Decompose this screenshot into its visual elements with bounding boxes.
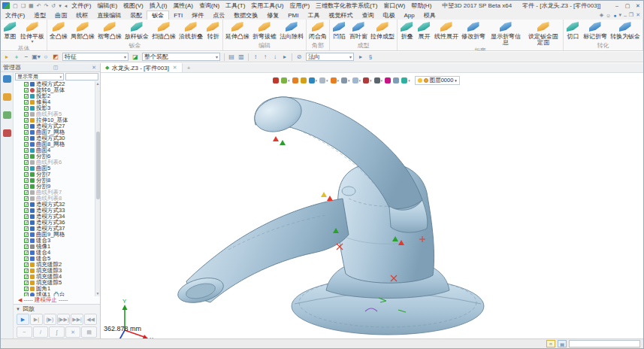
paste-display-icon[interactable]: ▥ xyxy=(237,53,246,60)
ribbon-button-3-0[interactable]: 闭合角 xyxy=(307,20,328,41)
line-tool-button[interactable]: / xyxy=(33,326,49,338)
ribbon-button-1-5[interactable]: 沿线折叠 xyxy=(177,20,204,41)
tree-item-25[interactable]: 曲面9_网格 xyxy=(24,232,95,238)
ribbon-tab-5[interactable]: 装配 xyxy=(125,11,147,20)
ribbon-button-2-0[interactable]: 延伸凸缘 xyxy=(224,20,251,41)
menu-item-6[interactable]: 工具(T) xyxy=(222,2,248,10)
ribbon-button-1-1[interactable]: 局部凸缘 xyxy=(69,20,96,41)
open-icon[interactable]: ❏ xyxy=(20,3,27,9)
checkbox-checked-icon[interactable] xyxy=(24,226,29,231)
select-icon[interactable]: ▸ xyxy=(2,53,11,60)
ribbon-button-1-2[interactable]: 褶弯凸缘 xyxy=(96,20,123,41)
ribbon-button-5-4[interactable]: 显示折弯信息 xyxy=(487,20,525,46)
sort-mid-icon[interactable]: ↑ xyxy=(261,53,270,60)
tab-close-icon[interactable]: ✕ xyxy=(173,65,177,71)
link-icon[interactable]: § xyxy=(366,53,375,60)
orient-icon[interactable]: ▾ xyxy=(280,77,291,83)
ribbon-tab-8[interactable]: 焊件 xyxy=(187,11,208,20)
menu-item-11[interactable]: 帮助(H) xyxy=(408,2,434,10)
checkbox-checked-icon[interactable] xyxy=(24,166,29,171)
checkbox-checked-icon[interactable] xyxy=(24,112,29,117)
checkbox-checked-icon[interactable] xyxy=(24,118,29,123)
ribbon-button-5-5[interactable]: 设定钣金固定面 xyxy=(525,20,562,46)
save-icon[interactable]: ▦ xyxy=(27,3,35,9)
menu-item-4[interactable]: 属性(A) xyxy=(170,2,196,10)
layer-manager-icon[interactable] xyxy=(3,111,11,119)
refresh-icon[interactable]: ↺ xyxy=(50,3,57,9)
ribbon-button-4-1[interactable]: 百叶窗 xyxy=(348,20,369,41)
ribbon-tab-7[interactable]: FTI xyxy=(169,11,187,20)
color-filter-icon[interactable]: ◩ xyxy=(51,53,60,60)
tree-item-28[interactable]: 缝合4 xyxy=(24,250,95,256)
child-minimize-button[interactable]: – xyxy=(624,13,627,18)
checkbox-checked-icon[interactable] xyxy=(24,100,29,105)
checkbox-checked-icon[interactable] xyxy=(24,190,29,195)
style-icon[interactable]: ◈ xyxy=(600,12,603,18)
checkbox-checked-icon[interactable] xyxy=(24,142,29,147)
checkbox-checked-icon[interactable] xyxy=(24,82,29,86)
cube-view-icon[interactable]: ▾ xyxy=(319,77,329,83)
picture-filter-icon[interactable]: ▣▾ xyxy=(32,53,41,60)
tree-item-26[interactable]: 缝合3 xyxy=(24,238,95,244)
menu-item-2[interactable]: 视图(V) xyxy=(120,2,147,10)
ribbon-tab-18[interactable]: 模具 xyxy=(419,11,440,20)
menu-item-3[interactable]: 插入(I) xyxy=(147,2,171,10)
chevron-down-icon[interactable]: ▾ xyxy=(316,78,318,83)
pick-icon[interactable]: ▸ xyxy=(280,53,289,60)
section-icon[interactable]: ▾ xyxy=(330,77,340,83)
ribbon-button-4-2[interactable]: 拉伸成型 xyxy=(369,20,396,41)
ribbon-button-5-2[interactable]: 线性展开 xyxy=(433,20,460,46)
ribbon-button-2-2[interactable]: 法向除料 xyxy=(278,20,305,41)
redo-icon[interactable]: ↷ xyxy=(42,3,50,9)
scroll-up-icon[interactable]: ▲ xyxy=(96,81,100,86)
checkbox-checked-icon[interactable] xyxy=(24,250,29,255)
checkbox-checked-icon[interactable] xyxy=(24,154,29,159)
panel-close-icon[interactable]: ✕ xyxy=(90,65,98,71)
checkbox-checked-icon[interactable] xyxy=(24,208,29,213)
help-face-icon[interactable]: ☺ xyxy=(606,13,611,18)
checkbox-checked-icon[interactable] xyxy=(24,263,29,267)
snap-select[interactable]: 法向▾ xyxy=(306,53,354,61)
delete-tool-button[interactable]: ✕ xyxy=(65,326,81,338)
menu-item-9[interactable]: 三维数字化教学系统(T) xyxy=(313,2,380,10)
maximize-button[interactable]: ▢ xyxy=(622,3,633,9)
child-close-button[interactable]: ✕ xyxy=(636,12,640,18)
checkbox-checked-icon[interactable] xyxy=(24,196,29,201)
ribbon-button-4-0[interactable]: 凹陷 xyxy=(331,20,348,41)
model-canvas[interactable]: Y X Z 362.878 mm xyxy=(101,86,643,338)
checkbox-checked-icon[interactable] xyxy=(24,172,29,177)
chevron-down-icon[interactable]: ▾ xyxy=(381,78,383,83)
tree-item-11[interactable]: 曲面4 xyxy=(24,147,95,153)
ribbon-tab-11[interactable]: 修复 xyxy=(262,11,283,20)
history-stop-row[interactable]: ◀ ----- 建模停止 ----- xyxy=(14,296,100,304)
scope-select[interactable]: 整个装配▾ xyxy=(142,53,220,61)
ribbon-tab-17[interactable]: App xyxy=(399,11,419,20)
child-restore-button[interactable]: ❐ xyxy=(629,12,633,18)
view-globe-icon[interactable]: ▾ xyxy=(308,77,319,83)
checkbox-checked-icon[interactable] xyxy=(24,275,29,279)
ribbon-button-0-1[interactable]: 拉伸平板▾ xyxy=(19,20,46,44)
checkbox-checked-icon[interactable] xyxy=(24,256,29,261)
stack-icon[interactable]: ▾ xyxy=(373,77,384,83)
console-toggle-icon[interactable]: ▤ xyxy=(558,340,567,347)
ribbon-button-1-0[interactable]: 全凸缘 xyxy=(48,20,69,41)
checkbox-checked-icon[interactable] xyxy=(24,184,29,189)
bar-icon[interactable] xyxy=(384,77,392,83)
play-step-button[interactable]: (▶) xyxy=(44,314,56,325)
ribbon-tab-6[interactable]: 钣金 xyxy=(147,11,169,20)
ban-icon[interactable]: ⊘ xyxy=(295,53,304,60)
menu-item-0[interactable]: 文件(F) xyxy=(68,2,94,10)
checkbox-checked-icon[interactable] xyxy=(24,269,29,273)
ribbon-button-6-1[interactable]: 标记折弯 xyxy=(582,20,609,41)
tree-filter-input[interactable] xyxy=(65,73,98,80)
checkbox-checked-icon[interactable] xyxy=(24,293,29,296)
menu-item-5[interactable]: 查询(N) xyxy=(196,2,222,10)
qat-dropdown-icon[interactable]: ▾ xyxy=(57,3,63,9)
sheet-icon[interactable]: ▾ xyxy=(401,77,411,83)
chevron-down-icon[interactable]: ▾ xyxy=(359,78,361,83)
menu-item-10[interactable]: 窗口(W) xyxy=(380,2,408,10)
display-filter-select[interactable]: 显示常用▾ xyxy=(15,73,64,80)
exit-icon[interactable] xyxy=(272,77,280,83)
undo-icon[interactable]: ↶ xyxy=(35,3,43,9)
history-manager-icon[interactable] xyxy=(3,75,11,83)
